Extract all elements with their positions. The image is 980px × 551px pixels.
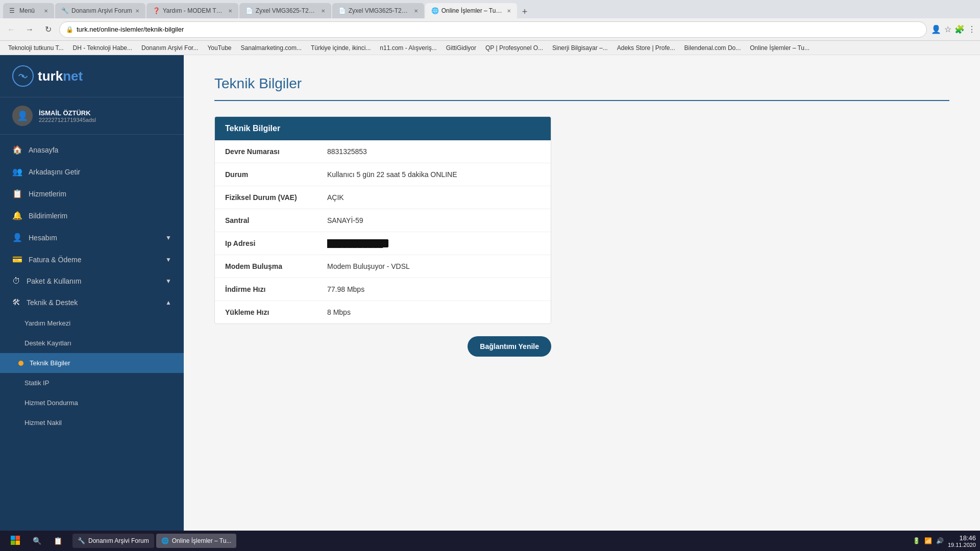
bookmark-item[interactable]: Donanım Arşivi For... bbox=[137, 43, 202, 53]
chevron-down-icon: ▼ bbox=[165, 278, 172, 285]
taskbar-app-item[interactable]: 🌐Online İşlemler – Tu... bbox=[156, 534, 237, 548]
taskbar-app-label: Donanım Arşivi Forum bbox=[88, 537, 149, 544]
teknik-submenu: Yardım Merkezi Destek Kayıtları Teknik B… bbox=[0, 313, 184, 433]
back-button[interactable]: ← bbox=[4, 22, 18, 37]
bookmark-item[interactable]: Online İşlemler – Tu... bbox=[746, 43, 814, 53]
windows-icon bbox=[10, 535, 20, 545]
tab-bar: ☰Menü✕🔧Donanım Arşivi Forum✕❓Yardım - MO… bbox=[0, 0, 980, 18]
table-row: DurumKullanıcı 5 gün 22 saat 5 dakika ON… bbox=[215, 163, 551, 186]
sidebar-item-bildirimlerim[interactable]: 🔔 Bildirimlerim bbox=[0, 205, 184, 227]
package-icon: ⏱ bbox=[12, 277, 20, 286]
sidebar-item-destek[interactable]: Destek Kayıtları bbox=[0, 333, 184, 353]
task-view-button[interactable]: 📋 bbox=[47, 535, 68, 547]
settings-icon[interactable]: ⋮ bbox=[968, 24, 976, 34]
chevron-down-icon: ▼ bbox=[165, 234, 172, 241]
field-value: ███████████ bbox=[317, 232, 551, 255]
svg-rect-4 bbox=[11, 540, 15, 545]
sidebar-item-label: Bildirimlerim bbox=[29, 212, 67, 220]
profile-icon[interactable]: 👤 bbox=[931, 24, 941, 34]
billing-icon: 💳 bbox=[12, 255, 22, 264]
tab-close-button[interactable]: ✕ bbox=[228, 8, 232, 14]
search-taskbar-button[interactable]: 🔍 bbox=[27, 535, 47, 547]
address-bar: 🔒 bbox=[59, 21, 927, 38]
field-label: Durum bbox=[215, 163, 317, 186]
sidebar-item-yardim[interactable]: Yardım Merkezi bbox=[0, 313, 184, 333]
refresh-button[interactable]: Bağlantımı Yenile bbox=[468, 336, 551, 357]
tab-tab3[interactable]: ❓Yardım - MODEM TERCİHİ✕ bbox=[146, 3, 238, 18]
sidebar-item-label: Teknik & Destek bbox=[27, 298, 78, 307]
action-area: Bağlantımı Yenile bbox=[214, 336, 551, 357]
sidebar-item-label: Teknik Bilgiler bbox=[30, 359, 70, 367]
extension-icon[interactable]: 🧩 bbox=[954, 24, 965, 34]
field-label: Modem Buluşma bbox=[215, 255, 317, 278]
svg-rect-2 bbox=[11, 536, 15, 540]
field-value: AÇIK bbox=[317, 186, 551, 209]
field-value: Modem Buluşuyor - VDSL bbox=[317, 255, 551, 278]
tab-favicon: ☰ bbox=[9, 7, 16, 14]
page-title: Teknik Bilgiler bbox=[214, 76, 949, 101]
sidebar-item-arkadasini-getir[interactable]: 👥 Arkadaşını Getir bbox=[0, 161, 184, 183]
bookmark-item[interactable]: Sinerji Bilgisayar –... bbox=[548, 43, 612, 53]
volume-icon: 🔊 bbox=[936, 537, 944, 544]
new-tab-button[interactable]: + bbox=[518, 7, 532, 17]
sidebar-item-teknik[interactable]: 🛠 Teknik & Destek ▲ bbox=[0, 292, 184, 313]
sidebar-item-hesabim[interactable]: 👤 Hesabım ▼ bbox=[0, 227, 184, 248]
sidebar-item-hizmet-nakil[interactable]: Hizmet Nakil bbox=[0, 413, 184, 433]
sidebar-item-anasayfa[interactable]: 🏠 Anasayfa bbox=[0, 139, 184, 161]
sidebar-item-hizmet-dondurma[interactable]: Hizmet Dondurma bbox=[0, 393, 184, 413]
bell-icon: 🔔 bbox=[12, 211, 22, 220]
reload-button[interactable]: ↻ bbox=[41, 22, 55, 37]
tab-tab2[interactable]: 🔧Donanım Arşivi Forum✕ bbox=[55, 3, 145, 18]
bookmark-item[interactable]: Sanalmarketing.com... bbox=[237, 43, 306, 53]
forward-button[interactable]: → bbox=[22, 22, 37, 37]
start-button[interactable] bbox=[4, 533, 27, 549]
bookmark-item[interactable]: DH - Teknoloji Habe... bbox=[69, 43, 137, 53]
tab-tab1[interactable]: ☰Menü✕ bbox=[3, 3, 54, 18]
tab-favicon: 🌐 bbox=[431, 7, 438, 14]
sidebar-item-teknik-bilgiler[interactable]: Teknik Bilgiler bbox=[0, 353, 184, 373]
sidebar-item-paket[interactable]: ⏱ Paket & Kullanım ▼ bbox=[0, 270, 184, 292]
sidebar-item-statik-ip[interactable]: Statik IP bbox=[0, 373, 184, 393]
tab-close-button[interactable]: ✕ bbox=[414, 8, 418, 14]
tab-title: Yardım - MODEM TERCİHİ bbox=[163, 7, 225, 14]
bookmark-item[interactable]: YouTube bbox=[203, 43, 235, 53]
sidebar-item-hizmetlerim[interactable]: 📋 Hizmetlerim bbox=[0, 183, 184, 205]
table-row: Fiziksel Durum (VAE)AÇIK bbox=[215, 186, 551, 209]
table-row: Modem BuluşmaModem Buluşuyor - VDSL bbox=[215, 255, 551, 278]
bookmark-item[interactable]: GittiGidiyor bbox=[442, 43, 480, 53]
tab-title: Online İşlemler – TurkNet bbox=[442, 7, 504, 14]
tab-close-button[interactable]: ✕ bbox=[507, 8, 511, 14]
taskbar-app-icon: 🌐 bbox=[161, 537, 169, 544]
clock-date: 19.11.2020 bbox=[948, 542, 976, 548]
address-input[interactable] bbox=[77, 26, 920, 33]
chevron-down-icon: ▼ bbox=[165, 256, 172, 263]
bookmark-item[interactable]: Türkiye içinde, ikinci... bbox=[307, 43, 375, 53]
tab-close-button[interactable]: ✕ bbox=[135, 8, 139, 14]
tab-close-button[interactable]: ✕ bbox=[44, 8, 48, 14]
bookmark-item[interactable]: n11.com - Alışveriş... bbox=[376, 43, 440, 53]
bookmark-item[interactable]: QP | Profesyonel O... bbox=[481, 43, 547, 53]
tab-tab5[interactable]: 📄Zyxel VMG3625-T20A Dual...✕ bbox=[332, 3, 424, 18]
taskbar-app-item[interactable]: 🔧Donanım Arşivi Forum bbox=[72, 534, 154, 548]
field-label: Santral bbox=[215, 209, 317, 232]
tab-title: Zyxel VMG3625-T20A Dual... bbox=[349, 7, 411, 14]
taskbar-tray: 🔋 📶 🔊 18:46 19.11.2020 bbox=[913, 534, 976, 548]
table-row: Yükleme Hızı8 Mbps bbox=[215, 301, 551, 323]
nav-menu: 🏠 Anasayfa 👥 Arkadaşını Getir 📋 Hizmetle… bbox=[0, 135, 184, 531]
sidebar-item-fatura[interactable]: 💳 Fatura & Ödeme ▼ bbox=[0, 248, 184, 270]
star-icon[interactable]: ☆ bbox=[944, 24, 951, 34]
field-label: Yükleme Hızı bbox=[215, 301, 317, 323]
sidebar: turknet 👤 İSMAİL ÖZTÜRK 222227121719345a… bbox=[0, 55, 184, 531]
sidebar-item-label: Yardım Merkezi bbox=[24, 319, 70, 327]
tab-tab4[interactable]: 📄Zyxel VMG3625-T20A Dual...✕ bbox=[239, 3, 331, 18]
main-content: Teknik Bilgiler Teknik Bilgiler Devre Nu… bbox=[184, 55, 980, 531]
tab-close-button[interactable]: ✕ bbox=[321, 8, 325, 14]
bookmark-item[interactable]: Adeks Store | Profe... bbox=[613, 43, 679, 53]
tab-tab6[interactable]: 🌐Online İşlemler – TurkNet✕ bbox=[425, 3, 517, 18]
account-icon: 👤 bbox=[12, 233, 22, 242]
bookmark-item[interactable]: Teknoloji tutkunu T... bbox=[4, 43, 68, 53]
friends-icon: 👥 bbox=[12, 167, 22, 177]
active-dot-icon bbox=[18, 361, 23, 366]
bookmark-item[interactable]: Bilendenal.com Do... bbox=[680, 43, 745, 53]
svg-rect-5 bbox=[16, 540, 20, 545]
